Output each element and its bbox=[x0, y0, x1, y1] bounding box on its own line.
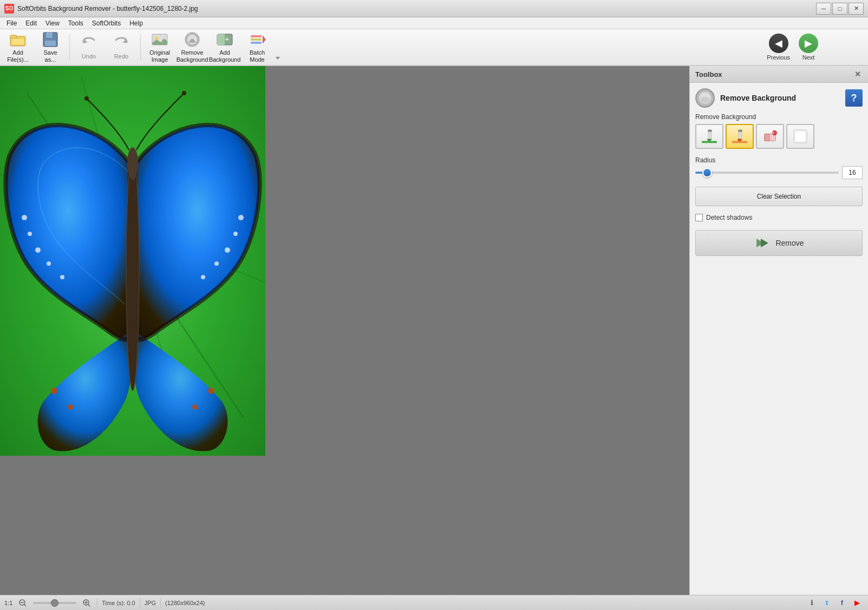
info-button[interactable]: ℹ bbox=[805, 597, 818, 609]
svg-marker-61 bbox=[761, 239, 768, 247]
svg-point-34 bbox=[201, 275, 205, 279]
detect-shadows-checkbox[interactable] bbox=[695, 214, 703, 221]
svg-point-45 bbox=[700, 97, 710, 103]
status-format: JPG bbox=[145, 600, 156, 606]
clear-tool-button[interactable] bbox=[786, 124, 814, 149]
save-as-label: Save as... bbox=[43, 49, 57, 63]
toolbar-separator-2 bbox=[140, 34, 141, 61]
svg-point-35 bbox=[51, 388, 57, 394]
svg-rect-59 bbox=[795, 131, 806, 142]
remove-background-label: Remove Background bbox=[177, 49, 208, 63]
batch-mode-button[interactable]: Batch Mode bbox=[242, 31, 273, 63]
window-title: SoftOrbits Background Remover - butterfl… bbox=[17, 5, 816, 12]
tool-icon bbox=[695, 88, 715, 108]
close-button[interactable]: ✕ bbox=[849, 3, 864, 15]
status-sep-3 bbox=[160, 598, 161, 608]
facebook-button[interactable]: f bbox=[836, 597, 849, 609]
toolbox-close-button[interactable]: ✕ bbox=[853, 69, 863, 79]
toolbox-panel: Toolbox ✕ Remove Background ? Remove Bac… bbox=[689, 66, 868, 595]
status-time: Time (s): 0.0 bbox=[102, 600, 135, 606]
next-button[interactable]: ▶ Next bbox=[794, 31, 823, 63]
svg-text:✕: ✕ bbox=[772, 130, 775, 135]
menu-help[interactable]: Help bbox=[125, 17, 147, 29]
keep-brush-icon bbox=[702, 129, 717, 144]
svg-rect-14 bbox=[217, 34, 225, 45]
radius-row: 16 bbox=[695, 166, 863, 179]
remove-brush-icon bbox=[732, 129, 747, 144]
svg-rect-49 bbox=[702, 141, 717, 143]
zoom-slider[interactable] bbox=[33, 602, 76, 604]
original-image-button[interactable]: Original Image bbox=[144, 31, 175, 63]
tool-title: Remove Background bbox=[720, 94, 845, 102]
twitter-button[interactable]: t bbox=[820, 597, 833, 609]
help-button[interactable]: ? bbox=[845, 89, 863, 107]
svg-rect-4 bbox=[46, 32, 53, 38]
social-area: ℹ t f ▶ bbox=[805, 597, 864, 609]
tool-header: Remove Background ? bbox=[695, 88, 863, 108]
radius-value[interactable]: 16 bbox=[842, 166, 863, 179]
svg-rect-18 bbox=[251, 42, 262, 44]
zoom-slider-thumb[interactable] bbox=[51, 599, 58, 607]
butterfly-image bbox=[0, 66, 265, 456]
radius-thumb[interactable] bbox=[702, 168, 712, 178]
svg-point-31 bbox=[233, 232, 238, 236]
menu-edit[interactable]: Edit bbox=[21, 17, 41, 29]
add-background-label: Add Background bbox=[209, 49, 241, 63]
svg-point-38 bbox=[192, 404, 198, 410]
batch-mode-label: Batch Mode bbox=[250, 49, 265, 63]
radius-slider[interactable] bbox=[695, 172, 839, 174]
zoom-out-button[interactable] bbox=[17, 597, 29, 609]
toolbar-separator-1 bbox=[69, 34, 70, 61]
svg-rect-1 bbox=[10, 35, 17, 38]
batch-mode-icon bbox=[249, 31, 266, 48]
status-sep-2 bbox=[140, 598, 140, 608]
svg-marker-19 bbox=[263, 35, 266, 44]
zoom-in-button[interactable] bbox=[81, 597, 93, 609]
canvas-area[interactable] bbox=[0, 66, 689, 595]
save-icon bbox=[42, 31, 59, 48]
clear-selection-button[interactable]: Clear Selection bbox=[695, 187, 863, 206]
add-background-button[interactable]: + Add Background bbox=[209, 31, 240, 63]
remove-button[interactable]: Remove bbox=[695, 230, 863, 256]
remove-background-button[interactable]: Remove Background bbox=[177, 31, 208, 63]
svg-rect-6 bbox=[53, 33, 55, 37]
folder-icon bbox=[9, 31, 27, 48]
youtube-button[interactable]: ▶ bbox=[851, 597, 864, 609]
original-image-icon bbox=[151, 31, 168, 48]
undo-button[interactable]: Undo bbox=[73, 31, 105, 63]
menu-bar: File Edit View Tools SoftOrbits Help bbox=[0, 17, 868, 29]
redo-icon bbox=[113, 35, 130, 52]
toolbar-more-button[interactable] bbox=[274, 31, 282, 63]
prev-next-container: ◀ Previous ▶ Next bbox=[762, 31, 866, 63]
status-dimensions: (1280x960x24) bbox=[165, 600, 205, 606]
minimize-button[interactable]: ─ bbox=[816, 3, 831, 15]
app-icon: SO bbox=[4, 4, 14, 14]
remove-brush-button[interactable] bbox=[726, 124, 754, 149]
zoom-area: 1:1 bbox=[4, 600, 12, 606]
eraser-icon: ✕ bbox=[762, 129, 778, 144]
menu-file[interactable]: File bbox=[2, 17, 21, 29]
eraser-button[interactable]: ✕ bbox=[756, 124, 784, 149]
original-image-label: Original Image bbox=[149, 49, 170, 63]
svg-marker-20 bbox=[276, 57, 280, 60]
svg-point-33 bbox=[214, 261, 219, 266]
undo-label: Undo bbox=[82, 53, 96, 60]
redo-button[interactable]: Redo bbox=[106, 31, 137, 63]
menu-view[interactable]: View bbox=[41, 17, 64, 29]
svg-marker-7 bbox=[83, 39, 88, 43]
detect-shadows-row: Detect shadows bbox=[695, 214, 863, 221]
add-files-button[interactable]: Add File(s)... bbox=[2, 31, 34, 63]
maximize-button[interactable]: □ bbox=[832, 3, 847, 15]
detect-shadows-label: Detect shadows bbox=[706, 214, 752, 221]
previous-button[interactable]: ◀ Previous bbox=[762, 31, 794, 63]
menu-tools[interactable]: Tools bbox=[64, 17, 88, 29]
remove-background-section-label: Remove Background bbox=[695, 113, 863, 121]
keep-brush-button[interactable] bbox=[695, 124, 723, 149]
save-as-button[interactable]: Save as... bbox=[35, 31, 66, 63]
radius-section: Radius 16 bbox=[695, 156, 863, 179]
svg-point-36 bbox=[68, 404, 73, 410]
svg-rect-48 bbox=[708, 130, 712, 132]
next-icon: ▶ bbox=[799, 34, 818, 53]
status-bar: 1:1 Time (s): 0.0 JPG (1280x960x24) ℹ t … bbox=[0, 595, 868, 610]
menu-softorbits[interactable]: SoftOrbits bbox=[88, 17, 125, 29]
